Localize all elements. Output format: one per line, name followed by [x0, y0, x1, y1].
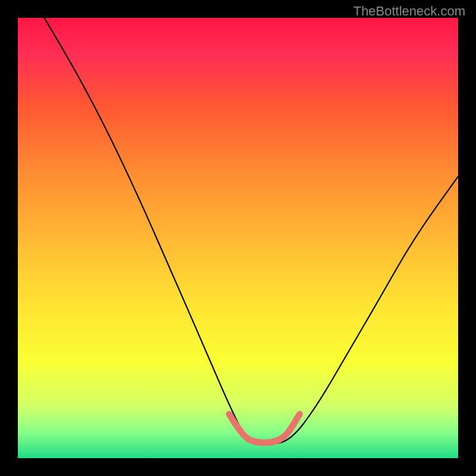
watermark-text: TheBottleneck.com — [353, 4, 465, 19]
chart-plot-area — [18, 18, 458, 458]
chart-svg — [18, 18, 458, 458]
bottleneck-curve-line — [44, 18, 458, 444]
